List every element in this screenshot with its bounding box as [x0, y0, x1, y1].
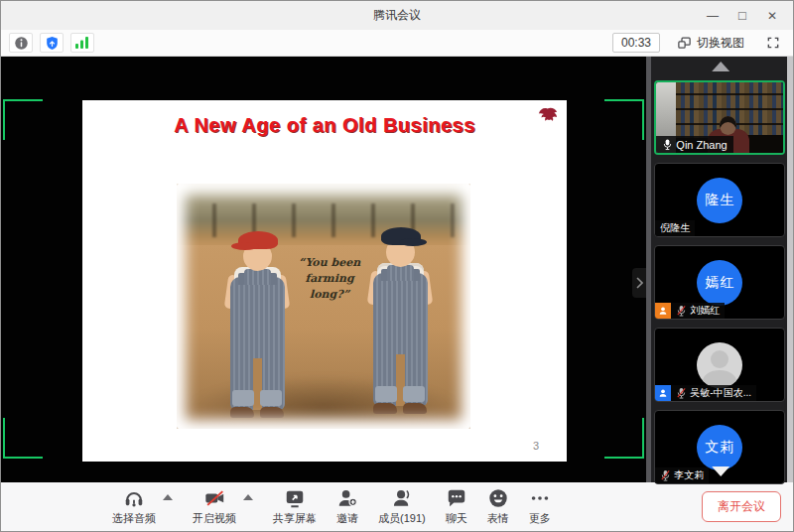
- invite-label: 邀请: [336, 511, 358, 526]
- fullscreen-button[interactable]: [761, 33, 785, 53]
- slide-page-number: 3: [533, 440, 539, 452]
- signal-bars-icon: [74, 36, 90, 50]
- more-ellipsis-icon: [529, 487, 551, 509]
- scroll-down-icon[interactable]: [712, 466, 729, 476]
- participant-name: 李文莉: [674, 468, 704, 482]
- avatar: 文莉: [697, 425, 742, 470]
- meeting-timer: 00:33: [612, 33, 660, 53]
- avatar: 隆生: [697, 178, 742, 223]
- mic-muted-icon: [676, 305, 687, 317]
- participant-name: 倪隆生: [660, 221, 690, 235]
- chevron-right-icon: [635, 277, 643, 289]
- app-window: 腾讯会议 — □ ✕: [0, 0, 794, 532]
- window-controls: — □ ✕: [698, 1, 787, 30]
- active-frame-corner-bl: [3, 418, 43, 459]
- participant-tile-liu-yanhong[interactable]: 嫣红 刘嫣红: [654, 245, 785, 320]
- mic-muted-icon: [676, 387, 687, 399]
- shield-arrow-icon: [45, 36, 60, 51]
- members-button[interactable]: 成员(191): [378, 487, 426, 526]
- meeting-info-button[interactable]: [9, 33, 33, 53]
- presentation-slide: A New Age of an Old Business: [82, 100, 567, 462]
- security-upload-button[interactable]: [40, 33, 64, 53]
- wsu-cougar-logo-icon: [537, 105, 559, 128]
- participant-tile-wu-min[interactable]: 吴敏-中国农...: [654, 328, 785, 402]
- select-audio-label: 选择音频: [112, 511, 156, 526]
- chat-bubble-icon: [446, 487, 467, 509]
- share-screen-icon: [284, 487, 306, 509]
- camera-off-icon: [203, 487, 226, 509]
- silhouette-avatar-icon: [697, 342, 742, 388]
- role-badge-icon: [655, 385, 671, 401]
- status-icons: [9, 33, 94, 53]
- mic-on-icon: [662, 138, 673, 151]
- fullscreen-icon: [766, 36, 780, 50]
- mic-muted-icon: [660, 469, 671, 481]
- close-button[interactable]: ✕: [757, 1, 787, 30]
- red-cap: [238, 231, 278, 249]
- sidebar-collapse-tab[interactable]: [632, 268, 646, 298]
- switch-view-button[interactable]: 切换视图: [670, 32, 751, 55]
- active-frame-corner-tr: [604, 99, 644, 140]
- info-icon: [14, 36, 29, 51]
- share-screen-label: 共享屏幕: [273, 511, 317, 526]
- start-video-button[interactable]: 开启视频: [193, 487, 236, 526]
- members-icon: [391, 487, 413, 509]
- photo-caption: “You been farming long?”: [284, 255, 375, 303]
- members-label: 成员(191): [378, 511, 426, 526]
- headset-icon: [123, 487, 145, 509]
- slide-title: A New Age of an Old Business: [82, 114, 567, 137]
- info-bar: 00:33 切换视图: [1, 30, 793, 57]
- audio-options-caret[interactable]: [163, 494, 173, 500]
- network-quality-button[interactable]: [70, 33, 94, 53]
- shared-screen-stage: A New Age of an Old Business: [1, 57, 646, 482]
- scroll-up-icon[interactable]: [712, 62, 729, 71]
- more-button[interactable]: 更多: [529, 487, 551, 526]
- slide-photo: “You been farming long?”: [177, 184, 470, 429]
- role-badge-icon: [655, 303, 671, 319]
- participant-tile-qin-zhang[interactable]: Qin Zhang: [654, 80, 785, 155]
- active-frame-corner-br: [604, 418, 644, 459]
- start-video-label: 开启视频: [193, 511, 236, 526]
- switch-view-icon: [677, 36, 692, 51]
- title-bar: 腾讯会议 — □ ✕: [1, 1, 793, 30]
- invite-person-icon: [336, 487, 358, 509]
- meeting-content: A New Age of an Old Business: [1, 57, 793, 482]
- participant-name: 刘嫣红: [690, 304, 720, 318]
- chat-button[interactable]: 聊天: [446, 487, 467, 526]
- switch-view-label: 切换视图: [697, 35, 744, 52]
- leave-meeting-button[interactable]: 离开会议: [702, 491, 781, 522]
- minimize-button[interactable]: —: [698, 1, 728, 30]
- participant-name: Qin Zhang: [676, 139, 727, 151]
- emoji-smiley-icon: [487, 487, 509, 509]
- chat-label: 聊天: [446, 511, 467, 526]
- navy-cap: [381, 227, 421, 245]
- participant-tile-longsheng[interactable]: 隆生 倪隆生: [654, 163, 785, 237]
- invite-button[interactable]: 邀请: [336, 487, 358, 526]
- sidebar-scrollbar[interactable]: [787, 57, 793, 482]
- emoji-label: 表情: [487, 511, 509, 526]
- more-label: 更多: [529, 511, 551, 526]
- video-options-caret[interactable]: [243, 494, 253, 500]
- avatar: 嫣红: [697, 260, 742, 306]
- select-audio-button[interactable]: 选择音频: [112, 487, 156, 526]
- active-frame-corner-tl: [3, 99, 43, 140]
- participant-tiles: Qin Zhang 隆生 倪隆生 嫣红: [654, 80, 785, 492]
- window-title: 腾讯会议: [373, 7, 421, 24]
- maximize-button[interactable]: □: [728, 1, 757, 30]
- participant-name: 吴敏-中国农...: [690, 386, 751, 400]
- share-screen-button[interactable]: 共享屏幕: [273, 487, 317, 526]
- participants-sidebar: Qin Zhang 隆生 倪隆生 嫣红: [646, 57, 793, 482]
- emoji-button[interactable]: 表情: [487, 487, 509, 526]
